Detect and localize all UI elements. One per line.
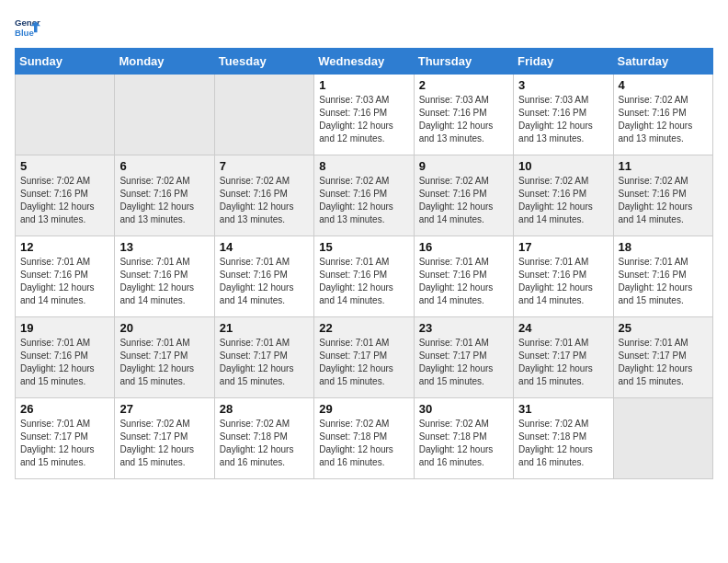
calendar-cell: [214, 75, 313, 155]
day-number: 1: [319, 78, 408, 92]
day-info: Sunrise: 7:02 AM Sunset: 7:16 PM Dayligh…: [419, 175, 508, 226]
calendar-cell: 19Sunrise: 7:01 AM Sunset: 7:16 PM Dayli…: [16, 317, 115, 398]
day-number: 31: [518, 402, 608, 416]
calendar-cell: 6Sunrise: 7:02 AM Sunset: 7:16 PM Daylig…: [115, 155, 214, 236]
week-row-5: 26Sunrise: 7:01 AM Sunset: 7:17 PM Dayli…: [16, 398, 713, 479]
day-info: Sunrise: 7:02 AM Sunset: 7:16 PM Dayligh…: [220, 175, 309, 226]
calendar-cell: 18Sunrise: 7:01 AM Sunset: 7:16 PM Dayli…: [613, 236, 712, 317]
calendar-cell: 15Sunrise: 7:01 AM Sunset: 7:16 PM Dayli…: [314, 236, 414, 317]
day-info: Sunrise: 7:02 AM Sunset: 7:18 PM Dayligh…: [319, 418, 408, 469]
day-number: 18: [619, 240, 708, 254]
calendar-cell: 21Sunrise: 7:01 AM Sunset: 7:17 PM Dayli…: [214, 317, 313, 398]
day-number: 16: [419, 240, 508, 254]
calendar-cell: 20Sunrise: 7:01 AM Sunset: 7:17 PM Dayli…: [115, 317, 214, 398]
header-day-friday: Friday: [514, 49, 613, 75]
day-info: Sunrise: 7:01 AM Sunset: 7:17 PM Dayligh…: [619, 337, 708, 388]
calendar-cell: 2Sunrise: 7:03 AM Sunset: 7:16 PM Daylig…: [414, 75, 513, 155]
day-number: 17: [518, 240, 608, 254]
day-info: Sunrise: 7:01 AM Sunset: 7:17 PM Dayligh…: [119, 337, 209, 388]
day-number: 25: [619, 321, 708, 335]
day-number: 11: [619, 159, 708, 173]
calendar-cell: [613, 398, 712, 479]
calendar-cell: 1Sunrise: 7:03 AM Sunset: 7:16 PM Daylig…: [314, 75, 414, 155]
day-number: 19: [20, 321, 109, 335]
svg-text:Blue: Blue: [15, 28, 34, 38]
calendar-cell: 27Sunrise: 7:02 AM Sunset: 7:17 PM Dayli…: [115, 398, 214, 479]
header-day-wednesday: Wednesday: [314, 49, 414, 75]
calendar-cell: 13Sunrise: 7:01 AM Sunset: 7:16 PM Dayli…: [115, 236, 214, 317]
day-info: Sunrise: 7:01 AM Sunset: 7:16 PM Dayligh…: [619, 256, 708, 307]
day-info: Sunrise: 7:02 AM Sunset: 7:17 PM Dayligh…: [119, 418, 209, 469]
day-info: Sunrise: 7:01 AM Sunset: 7:17 PM Dayligh…: [20, 418, 109, 469]
day-number: 28: [220, 402, 309, 416]
header-day-monday: Monday: [115, 49, 214, 75]
calendar-cell: 31Sunrise: 7:02 AM Sunset: 7:18 PM Dayli…: [514, 398, 613, 479]
day-number: 6: [119, 159, 209, 173]
day-number: 3: [518, 78, 608, 92]
day-info: Sunrise: 7:01 AM Sunset: 7:16 PM Dayligh…: [419, 256, 508, 307]
day-info: Sunrise: 7:01 AM Sunset: 7:16 PM Dayligh…: [20, 256, 109, 307]
day-info: Sunrise: 7:01 AM Sunset: 7:17 PM Dayligh…: [220, 337, 309, 388]
day-number: 13: [119, 240, 209, 254]
calendar-cell: 11Sunrise: 7:02 AM Sunset: 7:16 PM Dayli…: [613, 155, 712, 236]
day-number: 20: [119, 321, 209, 335]
day-info: Sunrise: 7:02 AM Sunset: 7:16 PM Dayligh…: [119, 175, 209, 226]
day-info: Sunrise: 7:03 AM Sunset: 7:16 PM Dayligh…: [419, 94, 508, 145]
day-number: 24: [518, 321, 608, 335]
day-number: 14: [220, 240, 309, 254]
calendar-cell: 4Sunrise: 7:02 AM Sunset: 7:16 PM Daylig…: [613, 75, 712, 155]
calendar-cell: [16, 75, 115, 155]
day-info: Sunrise: 7:01 AM Sunset: 7:16 PM Dayligh…: [518, 256, 608, 307]
day-info: Sunrise: 7:01 AM Sunset: 7:16 PM Dayligh…: [220, 256, 309, 307]
calendar-cell: 5Sunrise: 7:02 AM Sunset: 7:16 PM Daylig…: [16, 155, 115, 236]
day-info: Sunrise: 7:02 AM Sunset: 7:18 PM Dayligh…: [220, 418, 309, 469]
day-info: Sunrise: 7:02 AM Sunset: 7:16 PM Dayligh…: [518, 175, 608, 226]
calendar-cell: 12Sunrise: 7:01 AM Sunset: 7:16 PM Dayli…: [16, 236, 115, 317]
week-row-3: 12Sunrise: 7:01 AM Sunset: 7:16 PM Dayli…: [16, 236, 713, 317]
day-number: 22: [319, 321, 408, 335]
day-number: 4: [619, 78, 708, 92]
calendar-cell: 26Sunrise: 7:01 AM Sunset: 7:17 PM Dayli…: [16, 398, 115, 479]
calendar-cell: 30Sunrise: 7:02 AM Sunset: 7:18 PM Dayli…: [414, 398, 513, 479]
day-info: Sunrise: 7:01 AM Sunset: 7:16 PM Dayligh…: [319, 256, 408, 307]
header-day-tuesday: Tuesday: [214, 49, 313, 75]
calendar-cell: 23Sunrise: 7:01 AM Sunset: 7:17 PM Dayli…: [414, 317, 513, 398]
day-number: 29: [319, 402, 408, 416]
day-number: 8: [319, 159, 408, 173]
calendar-cell: 8Sunrise: 7:02 AM Sunset: 7:16 PM Daylig…: [314, 155, 414, 236]
day-info: Sunrise: 7:02 AM Sunset: 7:18 PM Dayligh…: [419, 418, 508, 469]
calendar-cell: 3Sunrise: 7:03 AM Sunset: 7:16 PM Daylig…: [514, 75, 613, 155]
calendar-cell: 29Sunrise: 7:02 AM Sunset: 7:18 PM Dayli…: [314, 398, 414, 479]
day-info: Sunrise: 7:03 AM Sunset: 7:16 PM Dayligh…: [518, 94, 608, 145]
day-number: 7: [220, 159, 309, 173]
day-number: 23: [419, 321, 508, 335]
week-row-2: 5Sunrise: 7:02 AM Sunset: 7:16 PM Daylig…: [16, 155, 713, 236]
day-info: Sunrise: 7:01 AM Sunset: 7:17 PM Dayligh…: [518, 337, 608, 388]
logo: General Blue: [15, 15, 40, 40]
calendar-cell: 24Sunrise: 7:01 AM Sunset: 7:17 PM Dayli…: [514, 317, 613, 398]
day-number: 27: [119, 402, 209, 416]
day-info: Sunrise: 7:01 AM Sunset: 7:17 PM Dayligh…: [319, 337, 408, 388]
day-number: 30: [419, 402, 508, 416]
day-number: 12: [20, 240, 109, 254]
week-row-4: 19Sunrise: 7:01 AM Sunset: 7:16 PM Dayli…: [16, 317, 713, 398]
day-number: 5: [20, 159, 109, 173]
day-info: Sunrise: 7:02 AM Sunset: 7:18 PM Dayligh…: [518, 418, 608, 469]
day-info: Sunrise: 7:01 AM Sunset: 7:16 PM Dayligh…: [20, 337, 109, 388]
day-number: 2: [419, 78, 508, 92]
week-row-1: 1Sunrise: 7:03 AM Sunset: 7:16 PM Daylig…: [16, 75, 713, 155]
day-info: Sunrise: 7:02 AM Sunset: 7:16 PM Dayligh…: [619, 175, 708, 226]
calendar-cell: 17Sunrise: 7:01 AM Sunset: 7:16 PM Dayli…: [514, 236, 613, 317]
calendar-cell: 28Sunrise: 7:02 AM Sunset: 7:18 PM Dayli…: [214, 398, 313, 479]
day-number: 10: [518, 159, 608, 173]
calendar-cell: 9Sunrise: 7:02 AM Sunset: 7:16 PM Daylig…: [414, 155, 513, 236]
day-info: Sunrise: 7:01 AM Sunset: 7:17 PM Dayligh…: [419, 337, 508, 388]
day-info: Sunrise: 7:01 AM Sunset: 7:16 PM Dayligh…: [119, 256, 209, 307]
calendar-body: 1Sunrise: 7:03 AM Sunset: 7:16 PM Daylig…: [16, 75, 713, 479]
calendar-cell: 25Sunrise: 7:01 AM Sunset: 7:17 PM Dayli…: [613, 317, 712, 398]
calendar-cell: [115, 75, 214, 155]
calendar-cell: 7Sunrise: 7:02 AM Sunset: 7:16 PM Daylig…: [214, 155, 313, 236]
calendar-cell: 14Sunrise: 7:01 AM Sunset: 7:16 PM Dayli…: [214, 236, 313, 317]
day-info: Sunrise: 7:03 AM Sunset: 7:16 PM Dayligh…: [319, 94, 408, 145]
calendar-cell: 22Sunrise: 7:01 AM Sunset: 7:17 PM Dayli…: [314, 317, 414, 398]
